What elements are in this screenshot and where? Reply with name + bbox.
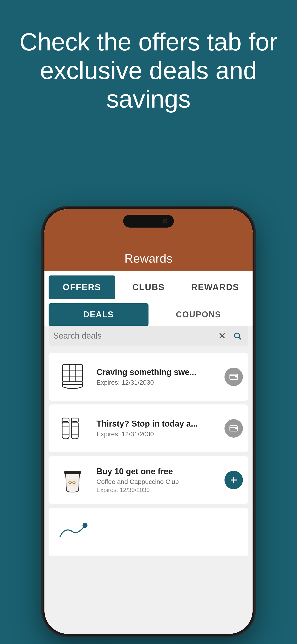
deal-action-wallet-2[interactable]	[224, 419, 243, 438]
svg-line-1	[239, 338, 241, 339]
deal-action-add-3[interactable]	[224, 471, 243, 489]
deal-card-1[interactable]: Craving something swe... Expires: 12/31/…	[48, 353, 248, 401]
search-bar: ✕	[48, 326, 248, 346]
deal-card-2[interactable]: Thirsty? Stop in today a... Expires: 12/…	[48, 404, 248, 452]
deal-card-3[interactable]: Buy 10 get one free Coffee and Cappuccin…	[48, 456, 248, 504]
phone-screen: Rewards OFFERS CLUBS REWARDS	[44, 209, 252, 634]
deal-content-3: Buy 10 get one free Coffee and Cappuccin…	[96, 467, 221, 494]
tab-clubs[interactable]: CLUBS	[115, 276, 182, 299]
phone-frame: Rewards OFFERS CLUBS REWARDS	[42, 207, 254, 636]
svg-point-0	[234, 333, 240, 338]
svg-rect-14	[71, 422, 78, 439]
camera-dot	[163, 219, 168, 224]
deal-content-2: Thirsty? Stop in today a... Expires: 12/…	[96, 419, 221, 438]
deal-subtitle-3: Coffee and Cappuccino Club	[96, 478, 221, 486]
deal-icon-bottles	[54, 410, 91, 447]
svg-rect-2	[62, 364, 83, 382]
tab-deals[interactable]: DEALS	[48, 303, 148, 326]
svg-rect-10	[62, 422, 69, 439]
primary-tab-bar: OFFERS CLUBS REWARDS	[48, 276, 248, 299]
svg-point-28	[83, 523, 87, 527]
search-icon[interactable]	[231, 329, 244, 342]
deal-title-2: Thirsty? Stop in today a...	[96, 419, 221, 429]
dynamic-island	[123, 215, 174, 228]
tab-offers[interactable]: OFFERS	[48, 276, 115, 299]
deal-subtitle-1: Expires: 12/31/2030	[96, 379, 221, 386]
deal-icon-partial	[54, 513, 91, 550]
deal-title-1: Craving something swe...	[96, 367, 221, 377]
deals-list: Craving something swe... Expires: 12/31/…	[44, 350, 252, 634]
deal-icon-coffee	[54, 462, 91, 498]
hero-headline: Check the offers tab for exclusive deals…	[0, 28, 297, 114]
deal-title-3: Buy 10 get one free	[96, 467, 221, 476]
tab-bar: OFFERS CLUBS REWARDS DEALS COUPONS	[44, 271, 252, 326]
tab-rewards[interactable]: REWARDS	[182, 276, 248, 299]
deal-content-1: Craving something swe... Expires: 12/31/…	[96, 367, 221, 386]
phone-mockup: Rewards OFFERS CLUBS REWARDS	[42, 207, 254, 636]
deal-card-partial[interactable]	[48, 508, 248, 556]
clear-icon[interactable]: ✕	[216, 329, 228, 342]
deal-subtitle-2: Expires: 12/31/2030	[96, 430, 221, 438]
search-input[interactable]	[53, 331, 214, 341]
secondary-tab-bar: DEALS COUPONS	[48, 303, 248, 326]
deal-action-wallet-1[interactable]	[224, 368, 243, 386]
deal-icon-chocolate	[54, 358, 91, 395]
svg-rect-20	[64, 471, 80, 474]
app-title: Rewards	[124, 252, 173, 265]
deal-expires-3: Expires: 12/30/2030	[96, 486, 221, 494]
tab-coupons[interactable]: COUPONS	[148, 303, 248, 326]
